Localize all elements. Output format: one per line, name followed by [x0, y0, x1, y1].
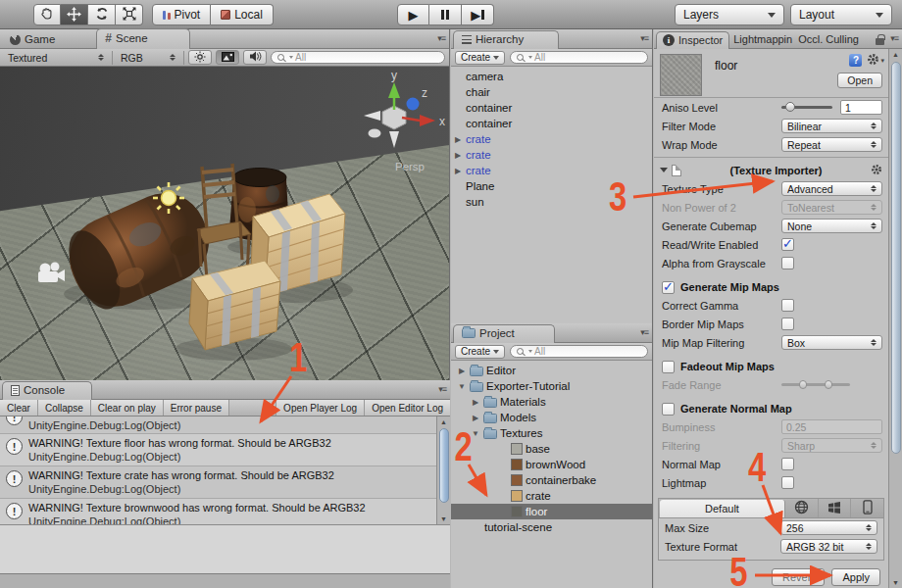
tab-project[interactable]: Project — [453, 324, 555, 343]
expand-arrow-icon[interactable]: ▼ — [471, 429, 480, 438]
scene-search-field[interactable]: All — [271, 51, 445, 64]
console-entry[interactable]: ! WARNING! Texture brownwood has wrong f… — [0, 499, 436, 524]
mip-filtering-dropdown[interactable]: Box — [781, 335, 882, 350]
scroll-up-icon[interactable]: ▲ — [889, 51, 902, 58]
persp-label[interactable]: Persp — [395, 161, 425, 172]
clear-button[interactable]: Clear — [0, 400, 38, 416]
platform-tab-web[interactable] — [785, 499, 819, 517]
scroll-up-icon[interactable]: ▲ — [437, 418, 450, 425]
generate-mipmaps-checkbox[interactable] — [662, 281, 675, 294]
normal-map-checkbox[interactable] — [781, 458, 794, 470]
expand-arrow-icon[interactable]: ▶ — [457, 367, 467, 375]
tab-game[interactable]: Game — [2, 31, 67, 48]
revert-button[interactable]: Revert — [772, 568, 825, 586]
pivot-button[interactable]: Pivot — [152, 4, 211, 25]
hierarchy-item[interactable]: chair — [451, 84, 652, 100]
hierarchy-create-button[interactable]: Create — [455, 51, 505, 65]
tab-scene[interactable]: # Scene — [96, 28, 190, 49]
open-editor-log-button[interactable]: Open Editor Log — [365, 400, 450, 416]
help-icon[interactable]: ? — [849, 54, 862, 67]
move-tool-button[interactable] — [61, 4, 88, 25]
layout-dropdown[interactable]: Layout — [790, 4, 892, 25]
step-button[interactable]: ▶ — [462, 4, 494, 25]
collapse-button[interactable]: Collapse — [38, 400, 91, 416]
console-entry[interactable]: ! UnityEngine.Debug:Log(Object) — [0, 416, 436, 434]
scale-tool-button[interactable] — [116, 4, 143, 25]
console-scrollbar[interactable]: ▲ ▼ — [436, 416, 450, 524]
hierarchy-item[interactable]: container — [451, 116, 652, 131]
max-size-dropdown[interactable]: 256 — [780, 520, 877, 535]
aniso-slider[interactable] — [781, 106, 832, 109]
platform-tab-iphone[interactable] — [851, 499, 883, 517]
expand-arrow-icon[interactable]: ▶ — [453, 151, 463, 160]
hand-tool-button[interactable] — [33, 4, 61, 25]
apply-button[interactable]: Apply — [831, 568, 880, 586]
panel-menu-icon[interactable]: ▾≡ — [438, 384, 446, 394]
gear-icon[interactable] — [867, 53, 879, 68]
project-item[interactable]: ▶ Editor — [451, 363, 652, 378]
expand-arrow-icon[interactable]: ▶ — [471, 414, 480, 422]
fadeout-mipmaps-checkbox[interactable] — [662, 361, 675, 373]
expand-arrow-icon[interactable]: ▶ — [453, 135, 463, 144]
hierarchy-search-field[interactable]: All — [510, 51, 648, 64]
tab-occlusion-culling[interactable]: Occl. Culling — [796, 31, 861, 48]
pause-button[interactable] — [429, 4, 462, 25]
project-item[interactable]: ▼ Textures — [451, 425, 652, 441]
correct-gamma-checkbox[interactable] — [781, 299, 794, 312]
hierarchy-item[interactable]: ▶ crate — [451, 131, 652, 147]
hierarchy-item[interactable]: sun — [451, 194, 652, 210]
tab-hierarchy[interactable]: Hierarchy — [453, 30, 559, 49]
gear-icon[interactable] — [871, 164, 882, 177]
project-item[interactable]: ▼ Exporter-Tutorial — [451, 378, 652, 394]
console-entry[interactable]: ! WARNING! Texture crate has wrong forma… — [0, 466, 436, 499]
project-search-field[interactable]: All — [510, 345, 648, 358]
panel-menu-icon[interactable]: ▾≡ — [437, 33, 445, 43]
console-entry[interactable]: ! WARNING! Texture floor has wrong forma… — [0, 434, 436, 466]
project-item[interactable]: tutorial-scene — [451, 519, 652, 535]
panel-menu-icon[interactable]: ▾≡ — [640, 33, 648, 43]
open-player-log-button[interactable]: Open Player Log — [276, 400, 365, 416]
hierarchy-item[interactable]: ▶ crate — [451, 147, 652, 163]
project-item[interactable]: brownWood — [451, 457, 652, 472]
panel-menu-icon[interactable]: ▾≡ — [890, 33, 898, 43]
scene-effects-toggle[interactable] — [216, 50, 239, 65]
scroll-down-icon[interactable]: ▼ — [437, 515, 450, 522]
texture-preview-thumbnail[interactable] — [660, 54, 702, 96]
scene-viewport[interactable]: y z x Persp — [0, 67, 449, 380]
rotate-tool-button[interactable] — [88, 4, 116, 25]
slider-knob[interactable] — [785, 102, 795, 112]
scene-audio-toggle[interactable] — [243, 50, 267, 65]
hierarchy-item[interactable]: Plane — [451, 178, 652, 194]
hierarchy-item[interactable]: ▶ crate — [451, 163, 652, 178]
lightmap-checkbox[interactable] — [781, 476, 794, 489]
scroll-down-icon[interactable]: ▼ — [889, 579, 902, 586]
expand-arrow-icon[interactable]: ▶ — [453, 167, 463, 175]
project-create-button[interactable]: Create — [455, 345, 505, 359]
inspector-scrollbar[interactable]: ▲ ▼ — [888, 49, 902, 588]
tab-lightmapping[interactable]: Lightmappin — [729, 31, 796, 48]
scene-lighting-toggle[interactable] — [188, 50, 212, 65]
crate-front[interactable] — [189, 261, 280, 350]
draw-mode-dropdown[interactable]: Textured — [4, 51, 108, 65]
camera-gizmo[interactable] — [38, 263, 65, 283]
texture-type-dropdown[interactable]: Advanced — [781, 181, 882, 196]
sun-light-gizmo[interactable] — [153, 182, 184, 214]
layers-dropdown[interactable]: Layers — [675, 4, 784, 25]
error-pause-button[interactable]: Error pause — [164, 400, 229, 416]
hierarchy-item[interactable]: camera — [451, 69, 652, 84]
hierarchy-item[interactable]: container — [451, 100, 652, 116]
local-button[interactable]: Local — [211, 4, 274, 25]
project-item[interactable]: base — [451, 441, 652, 457]
expand-arrow-icon[interactable]: ▼ — [457, 382, 467, 391]
play-button[interactable]: ▶ — [397, 4, 429, 25]
expand-arrow-icon[interactable]: ▶ — [471, 398, 480, 407]
project-item[interactable]: floor — [451, 504, 652, 519]
platform-tab-standalone[interactable] — [819, 499, 852, 517]
console-resize-strip[interactable] — [0, 573, 450, 588]
generate-cubemap-dropdown[interactable]: None — [781, 219, 882, 233]
project-item[interactable]: ▶ Models — [451, 410, 652, 425]
open-button[interactable]: Open — [837, 73, 882, 88]
tab-console[interactable]: Console — [2, 381, 92, 400]
filter-mode-dropdown[interactable]: Bilinear — [781, 119, 882, 133]
texture-format-dropdown[interactable]: ARGB 32 bit — [780, 539, 877, 554]
